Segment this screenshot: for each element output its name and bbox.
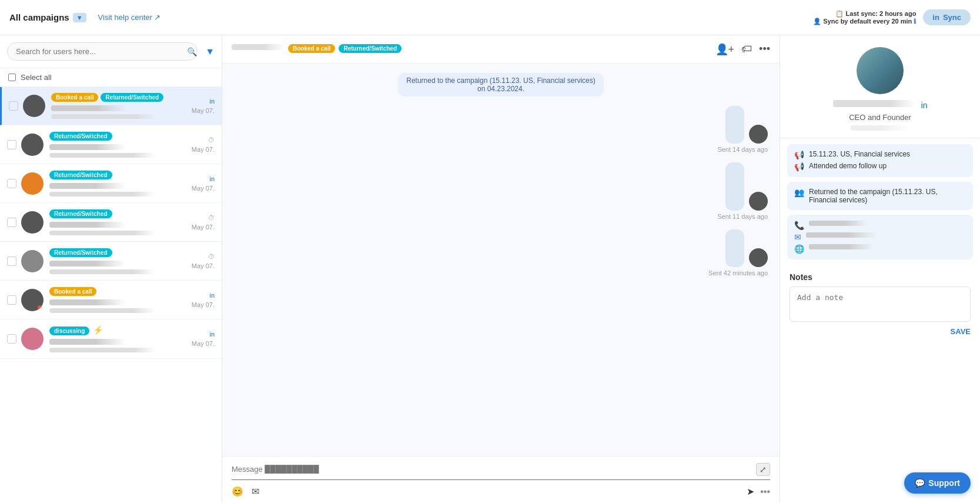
user-name: [49, 261, 126, 267]
message-right: [234, 106, 768, 144]
linkedin-icon: in: [209, 175, 215, 182]
user-info: Booked a call: [49, 287, 192, 313]
globe-icon: 🌐: [794, 244, 804, 254]
avatar: [21, 289, 44, 311]
header-blurred: [232, 44, 285, 50]
compose-row: ⤢: [232, 462, 770, 476]
search-input[interactable]: [7, 42, 198, 61]
list-item[interactable]: Returned/Switched ⏱ May 07.: [0, 125, 222, 164]
message-block: Sent 11 days ago: [234, 162, 768, 220]
main-layout: 🔍 ▼ Select all Booked a call Returned/Sw…: [0, 35, 980, 503]
header-tags: Booked a call Returned/Switched: [232, 44, 711, 54]
sync-button[interactable]: in Sync: [923, 9, 971, 25]
avatar: [23, 95, 45, 117]
user-subtitle: [49, 231, 155, 235]
avatar: [21, 328, 44, 350]
clock-icon: ⏱: [208, 136, 215, 144]
lightning-icon: ⚡: [93, 325, 103, 335]
tag-icon[interactable]: 🏷: [741, 43, 752, 55]
add-user-icon[interactable]: 👤+: [715, 43, 735, 56]
mid-panel: Booked a call Returned/Switched 👤+ 🏷 •••…: [222, 35, 780, 503]
list-item[interactable]: discussing ⚡ in May 07.: [0, 319, 222, 359]
info-card-row: 🌐: [794, 244, 966, 254]
user-name: [49, 339, 126, 345]
select-all-checkbox[interactable]: [8, 74, 16, 81]
avatar: [857, 47, 904, 94]
list-item[interactable]: Booked a call in May 07.: [0, 281, 222, 319]
messages-area: Returned to the campaign (15.11.23. US, …: [222, 64, 780, 456]
user-date: May 07.: [192, 224, 215, 231]
mail-icon: ✉: [794, 232, 801, 242]
user-date: May 07.: [192, 340, 215, 347]
compose-right-actions: ➤ •••: [747, 486, 770, 497]
tag-returned: Returned/Switched: [49, 132, 112, 141]
save-button-container: SAVE: [790, 327, 971, 336]
header-tag-booked: Booked a call: [288, 44, 335, 53]
user-meta: ⏱ May 07.: [192, 136, 215, 153]
message-bubble: [725, 162, 744, 211]
website-blurred: [809, 244, 874, 249]
linkedin-profile-icon[interactable]: in: [921, 101, 928, 110]
message-input[interactable]: [232, 462, 751, 476]
profile-name: [833, 100, 915, 107]
user-info: Booked a call Returned/Switched: [51, 93, 192, 119]
message-right: [234, 162, 768, 211]
user-meta: in May 07.: [192, 292, 215, 308]
info-icon[interactable]: ℹ: [914, 18, 916, 25]
info-cards: 📢 15.11.23. US, Financial services 📢 Att…: [780, 138, 980, 265]
left-panel: 🔍 ▼ Select all Booked a call Returned/Sw…: [0, 35, 222, 503]
user-info: Returned/Switched: [49, 209, 192, 235]
save-button[interactable]: SAVE: [951, 327, 971, 336]
info-card-campaigns: 📢 15.11.23. US, Financial services 📢 Att…: [787, 144, 973, 177]
list-item[interactable]: Returned/Switched in May 07.: [0, 164, 222, 203]
user-name: [49, 183, 126, 189]
campaign-info-text2: Attended demo follow up: [809, 162, 887, 170]
visit-help-link[interactable]: Visit help center ↗: [98, 13, 160, 22]
more-actions-button[interactable]: •••: [760, 487, 770, 497]
profile-name-row: in: [833, 100, 928, 111]
user-checkbox[interactable]: [7, 334, 16, 344]
info-card-row: 👥 Returned to the campaign (15.11.23. US…: [794, 188, 966, 204]
message-avatar: [749, 192, 768, 211]
user-date: May 07.: [192, 262, 215, 269]
user-meta: in May 07.: [192, 331, 215, 347]
list-item[interactable]: Booked a call Returned/Switched in May 0…: [0, 87, 222, 125]
notes-input[interactable]: [790, 287, 971, 322]
info-card-row: 📢 Attended demo follow up: [794, 162, 966, 171]
user-info: Returned/Switched: [49, 170, 192, 196]
user-checkbox[interactable]: [7, 257, 16, 266]
linkedin-icon: in: [209, 98, 215, 105]
user-checkbox[interactable]: [7, 179, 16, 188]
user-checkbox[interactable]: [7, 140, 16, 149]
filter-icon[interactable]: ▼: [205, 46, 215, 57]
list-item[interactable]: Returned/Switched ⏱ May 07.: [0, 203, 222, 242]
list-item[interactable]: Returned/Switched ⏱ May 07.: [0, 242, 222, 281]
message-block: Sent 42 minutes ago: [234, 229, 768, 277]
expand-button[interactable]: ⤢: [756, 463, 770, 476]
user-checkbox[interactable]: [7, 218, 16, 227]
user-checkbox[interactable]: [9, 101, 18, 111]
megaphone-icon: 📢: [794, 150, 804, 159]
compose-area: ⤢ 😊 ✉ ➤ •••: [222, 456, 780, 503]
topbar: All campaigns ▼ Visit help center ↗ 📋 La…: [0, 0, 980, 35]
attachment-icon[interactable]: ✉: [252, 486, 259, 497]
profile-subtitle: [851, 125, 909, 131]
send-button[interactable]: ➤: [747, 486, 754, 497]
message-avatar: [749, 248, 768, 267]
compose-actions: 😊 ✉ ➤ •••: [232, 484, 770, 497]
clock-icon: ⏱: [208, 253, 215, 260]
campaign-selector[interactable]: All campaigns ▼: [9, 12, 86, 22]
support-button[interactable]: 💬 Support: [904, 472, 971, 494]
more-options-icon[interactable]: •••: [759, 43, 770, 55]
phone-icon: 📞: [794, 221, 804, 230]
user-meta: ⏱ May 07.: [192, 253, 215, 269]
avatar: [21, 134, 44, 156]
profile-title: CEO and Founder: [849, 113, 911, 122]
mid-header: Booked a call Returned/Switched 👤+ 🏷 •••: [222, 35, 780, 64]
user-checkbox[interactable]: [7, 295, 16, 305]
user-name: [51, 105, 128, 111]
right-panel: in CEO and Founder 📢 15.11.23. US, Finan…: [780, 35, 980, 503]
user-name: [49, 299, 126, 305]
chevron-down-icon[interactable]: ▼: [73, 13, 86, 22]
emoji-icon[interactable]: 😊: [232, 486, 243, 497]
